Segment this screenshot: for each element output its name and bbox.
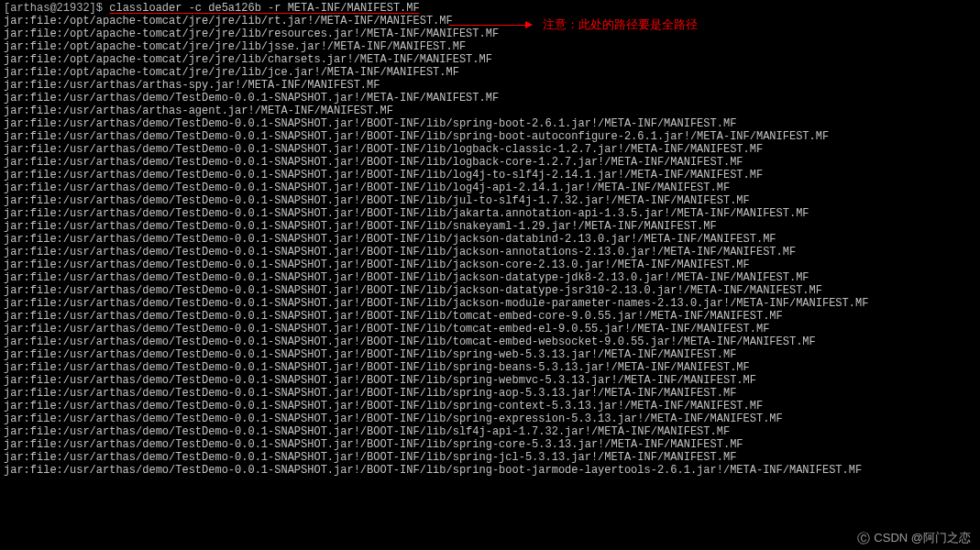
output-line: jar:file:/usr/arthas/demo/TestDemo-0.0.1… — [4, 156, 976, 169]
output-line: jar:file:/opt/apache-tomcat/jre/jre/lib/… — [4, 66, 976, 79]
output-line: jar:file:/usr/arthas/demo/TestDemo-0.0.1… — [4, 271, 976, 284]
output-line: jar:file:/usr/arthas/demo/TestDemo-0.0.1… — [4, 130, 976, 143]
output-line: jar:file:/opt/apache-tomcat/jre/jre/lib/… — [4, 53, 976, 66]
output-line: jar:file:/usr/arthas/demo/TestDemo-0.0.1… — [4, 374, 976, 387]
output-line: jar:file:/usr/arthas/demo/TestDemo-0.0.1… — [4, 284, 976, 297]
shell-prompt: [arthas@21932]$ — [4, 2, 103, 15]
output-line: jar:file:/usr/arthas/demo/TestDemo-0.0.1… — [4, 361, 976, 374]
output-line: jar:file:/usr/arthas/demo/TestDemo-0.0.1… — [4, 400, 976, 412]
prompt-line[interactable]: [arthas@21932]$ classloader -c de5a126b … — [4, 2, 976, 15]
output-line: jar:file:/usr/arthas/demo/TestDemo-0.0.1… — [4, 412, 976, 425]
output-line: jar:file:/usr/arthas/demo/TestDemo-0.0.1… — [4, 169, 976, 182]
output-line: jar:file:/usr/arthas/demo/TestDemo-0.0.1… — [4, 207, 976, 220]
output-line: jar:file:/usr/arthas/demo/TestDemo-0.0.1… — [4, 258, 976, 271]
output-line: jar:file:/opt/apache-tomcat/jre/jre/lib/… — [4, 40, 976, 53]
output-line: jar:file:/usr/arthas/demo/TestDemo-0.0.1… — [4, 425, 976, 438]
output-line: jar:file:/usr/arthas/arthas-spy.jar!/MET… — [4, 79, 976, 92]
output-line: jar:file:/usr/arthas/demo/TestDemo-0.0.1… — [4, 194, 976, 207]
output-line: jar:file:/usr/arthas/demo/TestDemo-0.0.1… — [4, 310, 976, 323]
output-line: jar:file:/usr/arthas/demo/TestDemo-0.0.1… — [4, 438, 976, 451]
annotation-text: 注意：此处的路径要是全路径 — [543, 18, 698, 31]
command-text: classloader -c de5a126b -r META-INF/MANI… — [109, 2, 419, 15]
terminal-output[interactable]: jar:file:/opt/apache-tomcat/jre/jre/lib/… — [4, 15, 976, 477]
output-line: jar:file:/usr/arthas/demo/TestDemo-0.0.1… — [4, 323, 976, 336]
output-line: jar:file:/usr/arthas/demo/TestDemo-0.0.1… — [4, 297, 976, 310]
output-line: jar:file:/usr/arthas/demo/TestDemo-0.0.1… — [4, 143, 976, 156]
output-line: jar:file:/usr/arthas/demo/TestDemo-0.0.1… — [4, 220, 976, 233]
output-line: jar:file:/usr/arthas/demo/TestDemo-0.0.1… — [4, 387, 976, 400]
output-line: jar:file:/usr/arthas/demo/TestDemo-0.0.1… — [4, 246, 976, 258]
arrow-icon — [449, 25, 532, 26]
output-line: jar:file:/usr/arthas/demo/TestDemo-0.0.1… — [4, 464, 976, 477]
output-line: jar:file:/usr/arthas/demo/TestDemo-0.0.1… — [4, 233, 976, 246]
output-line: jar:file:/usr/arthas/arthas-agent.jar!/M… — [4, 104, 976, 117]
watermark: Ⓒ CSDN @阿门之恋 — [857, 532, 971, 544]
output-line: jar:file:/usr/arthas/demo/TestDemo-0.0.1… — [4, 451, 976, 464]
output-line: jar:file:/usr/arthas/demo/TestDemo-0.0.1… — [4, 92, 976, 104]
output-line: jar:file:/usr/arthas/demo/TestDemo-0.0.1… — [4, 182, 976, 194]
output-line: jar:file:/usr/arthas/demo/TestDemo-0.0.1… — [4, 348, 976, 361]
csdn-icon: Ⓒ — [857, 532, 870, 544]
output-line: jar:file:/usr/arthas/demo/TestDemo-0.0.1… — [4, 336, 976, 348]
watermark-text: CSDN @阿门之恋 — [874, 532, 971, 544]
annotation-callout: 注意：此处的路径要是全路径 — [449, 18, 698, 31]
output-line: jar:file:/usr/arthas/demo/TestDemo-0.0.1… — [4, 117, 976, 130]
